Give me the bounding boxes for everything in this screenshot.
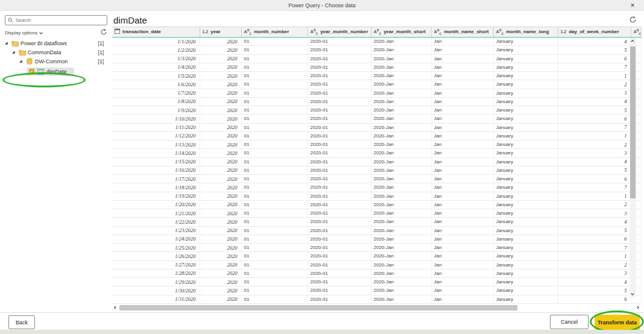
table-cell: 1/6/2020 <box>112 80 200 89</box>
column-header-year_month_number[interactable]: ABCyear_month_number <box>308 27 371 37</box>
table-cell: 2020 <box>200 183 241 192</box>
table-cell: 2020 <box>200 244 241 252</box>
expand-arrow-icon[interactable]: ◢ <box>5 40 11 45</box>
table-cell: 5 <box>558 106 631 115</box>
table-cell: Jan <box>431 235 493 243</box>
vertical-scrollbar[interactable] <box>630 38 636 297</box>
table-cell: 7 <box>558 123 631 131</box>
table-cell: 1/19/2020 <box>112 192 200 200</box>
display-options-label: Display options <box>5 30 37 36</box>
table-cell: January <box>493 131 558 140</box>
sidebar-item-power-bi-dataflows[interactable]: ◢Power BI dataflows[1] <box>0 39 111 48</box>
table-cell: 2020 <box>200 269 241 277</box>
tree-item-label: Power BI dataflows <box>21 40 67 46</box>
horizontal-scrollbar[interactable] <box>112 304 641 312</box>
scroll-left-icon[interactable] <box>114 306 118 309</box>
table-cell: 1/16/2020 <box>112 166 200 174</box>
table-cell: 2020-01 <box>308 123 371 131</box>
table-cell: 1/13/2020 <box>112 140 200 149</box>
search-input[interactable] <box>16 17 100 23</box>
table-cell: 2020 <box>200 166 241 174</box>
table-cell: Jan <box>431 200 493 209</box>
table-cell: 2020-Jan <box>371 106 431 115</box>
column-header-day_of_week_number[interactable]: 1.2day_of_week_number <box>558 27 631 37</box>
expand-arrow-icon[interactable]: ◢ <box>12 49 18 54</box>
table-cell: January <box>493 192 558 200</box>
display-options-dropdown[interactable]: Display options <box>5 30 42 36</box>
search-icon <box>8 17 13 23</box>
table-cell: 2020-Jan <box>371 244 431 252</box>
column-header-year[interactable]: 1.2year <box>200 27 241 37</box>
table-cell: 4 <box>558 157 631 166</box>
table-cell: 01 <box>241 89 308 97</box>
column-name: year_month_short <box>384 29 426 34</box>
sidebar-item-dimdate[interactable]: ✓dimDate <box>0 66 111 77</box>
table-cell: 2020-01 <box>308 80 371 89</box>
table-cell: 2020-01 <box>308 183 371 192</box>
table-cell: Jan <box>431 244 493 252</box>
table-cell: 2020-Jan <box>371 175 431 183</box>
table-cell: January <box>493 166 558 174</box>
column-header-month_name_short[interactable]: ABCmonth_name_short <box>431 27 493 37</box>
column-header-month_name_long[interactable]: ABCmonth_name_long <box>493 27 558 37</box>
table-cell: 2020-01 <box>308 295 371 303</box>
table-cell: Jan <box>431 72 493 80</box>
column-header-transaction_date[interactable]: transaction_date <box>112 27 200 37</box>
close-icon[interactable]: × <box>627 0 638 11</box>
table-cell: January <box>493 175 558 183</box>
preview-refresh-icon[interactable] <box>629 15 637 26</box>
search-box[interactable] <box>5 15 107 25</box>
sidebar-item-commondata[interactable]: ◢CommonData[1] <box>0 48 111 57</box>
expand-arrow-icon[interactable]: ◢ <box>19 58 25 63</box>
vertical-scroll-thumb[interactable] <box>630 46 636 198</box>
sidebar-tree: ◢Power BI dataflows[1]◢CommonData[1]◢DW-… <box>0 39 111 77</box>
table-cell: Jan <box>431 54 493 63</box>
column-header-year_month_short[interactable]: ABCyear_month_short <box>371 27 431 37</box>
table-cell: January <box>493 63 558 71</box>
tree-item-label: DW-Common <box>35 58 68 65</box>
table-cell: 2020-Jan <box>371 46 431 54</box>
column-header[interactable]: ABC <box>631 27 641 37</box>
sidebar-refresh-icon[interactable] <box>100 28 107 37</box>
table-cell: 1/26/2020 <box>112 252 200 260</box>
table-cell: 01 <box>241 106 308 115</box>
table-row: 1/31/20202020012020-012020-JanJanJanuary… <box>112 295 641 303</box>
table-cell: 1/14/2020 <box>112 149 200 157</box>
back-button[interactable]: Back <box>8 315 35 329</box>
data-preview-table: transaction_date1.2yearABCmonth_numberAB… <box>112 27 642 304</box>
table-cell: 2 <box>558 80 631 89</box>
table-cell: 2020-01 <box>308 140 371 149</box>
table-cell: 1/10/2020 <box>112 115 200 123</box>
table-cell: 2020-Jan <box>371 200 431 209</box>
table-cell: 2020-Jan <box>371 63 431 71</box>
scroll-up-icon[interactable] <box>631 40 634 43</box>
table-cell: 1/7/2020 <box>112 89 200 97</box>
table-row: 1/10/20202020012020-012020-JanJanJanuary… <box>112 115 641 123</box>
table-cell: 2020 <box>200 72 241 80</box>
table-row: 1/15/20202020012020-012020-JanJanJanuary… <box>112 157 641 166</box>
sidebar-item-dw-common[interactable]: ◢DW-Common[1] <box>0 57 111 66</box>
table-cell: Jan <box>431 218 493 226</box>
horizontal-scroll-thumb[interactable] <box>119 305 517 310</box>
table-row: 1/4/20202020012020-012020-JanJanJanuary7 <box>112 63 641 71</box>
table-cell: 2020-Jan <box>371 97 431 106</box>
column-name: year <box>210 29 220 34</box>
transform-data-button[interactable]: Transform data <box>595 315 640 330</box>
table-cell: 1/11/2020 <box>112 123 200 131</box>
table-cell: 2020-01 <box>308 106 371 115</box>
scroll-right-icon[interactable] <box>636 306 639 309</box>
table-cell: 1 <box>558 72 631 80</box>
table-cell: 2020 <box>200 192 241 200</box>
preview-title: dimDate <box>113 15 147 25</box>
scroll-down-icon[interactable] <box>631 292 634 295</box>
table-cell: Jan <box>431 278 493 286</box>
dialog-title: Power Query - Choose data <box>0 0 644 11</box>
table-cell: 2020-Jan <box>371 54 431 63</box>
checkbox-checked[interactable]: ✓ <box>29 69 34 74</box>
table-cell: Jan <box>431 175 493 183</box>
table-cell: 2020-01 <box>308 244 371 252</box>
table-cell: 4 <box>558 97 631 106</box>
table-cell: 2020-01 <box>308 46 371 54</box>
column-header-month_number[interactable]: ABCmonth_number <box>241 27 308 37</box>
cancel-button[interactable]: Cancel <box>550 315 589 329</box>
